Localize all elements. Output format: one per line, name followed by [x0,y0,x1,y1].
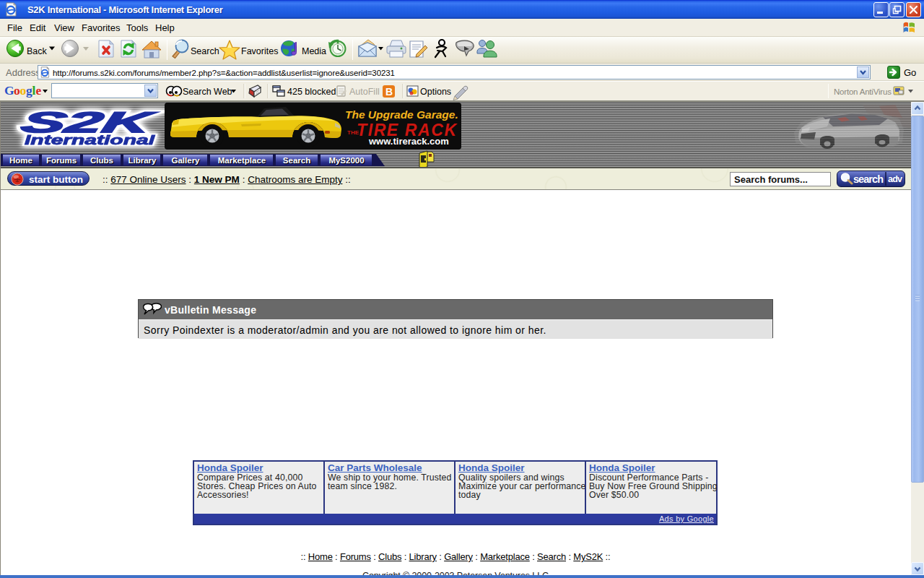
svg-text:e: e [36,83,42,98]
svg-text:search: search [853,173,884,185]
svg-text:G: G [4,83,14,98]
svg-text:B: B [385,86,393,98]
svg-text:www.tirerack.com: www.tirerack.com [368,136,449,147]
svg-text:Forums: Forums [46,156,77,165]
svg-text:International: International [25,132,155,147]
svg-text:Gallery: Gallery [172,156,201,165]
svg-text:Search: Search [283,156,310,165]
svg-text:Marketplace: Marketplace [218,156,266,165]
svg-text:The Upgrade Garage.: The Upgrade Garage. [345,108,458,121]
svg-text:Library: Library [128,156,157,165]
svg-text:Clubs: Clubs [90,156,113,165]
svg-text:Home: Home [9,156,32,165]
svg-text:MyS2000: MyS2000 [328,156,364,165]
svg-text:adv: adv [888,174,902,184]
